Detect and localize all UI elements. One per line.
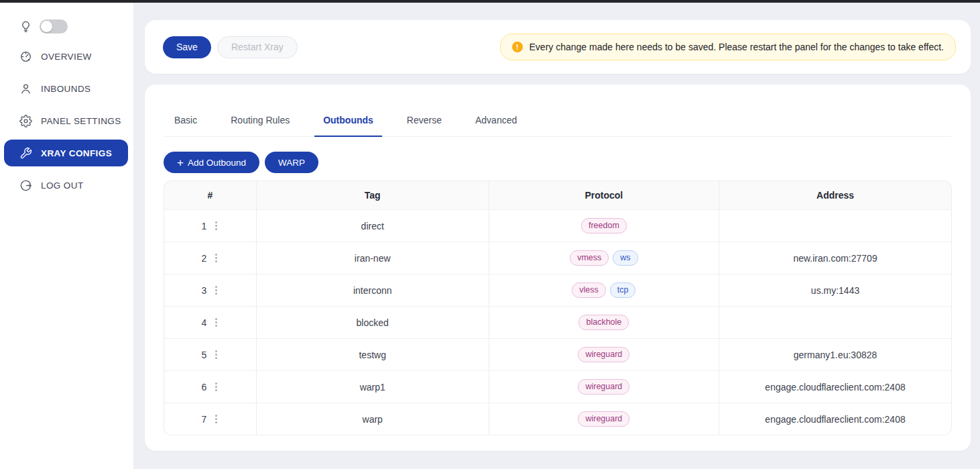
- tab-advanced[interactable]: Advanced: [467, 106, 526, 137]
- row-number: 2: [201, 253, 206, 264]
- sidebar-item-panel-settings[interactable]: PANEL SETTINGS: [4, 107, 128, 134]
- warning-alert: ! Every change made here needs to be sav…: [500, 34, 956, 60]
- row-number: 7: [201, 414, 206, 425]
- row-number: 6: [201, 382, 206, 393]
- table-row: 3interconnvlesstcpus.my:1443: [164, 274, 952, 307]
- protocol-badge: freedom: [581, 218, 627, 233]
- protocol-badge: wireguard: [578, 411, 629, 427]
- address-cell: us.my:1443: [719, 274, 952, 307]
- row-number-cell: 2: [164, 242, 257, 274]
- protocol-cell: vmessws: [489, 242, 719, 274]
- protocol-cell: vlesstcp: [489, 274, 719, 307]
- tag-cell: blocked: [257, 307, 489, 339]
- column-header-protocol: Protocol: [489, 180, 719, 210]
- table-row: 1directfreedom: [164, 210, 952, 242]
- lightbulb-icon: [19, 20, 32, 33]
- sidebar-item-label: OVERVIEW: [41, 52, 92, 62]
- row-number-cell: 4: [164, 307, 257, 339]
- alert-text: Every change made here needs to be saved…: [530, 42, 944, 52]
- warp-button[interactable]: WARP: [265, 152, 318, 173]
- row-number-cell: 3: [164, 274, 257, 307]
- user-icon: [19, 83, 32, 95]
- sidebar: OVERVIEWINBOUNDSPANEL SETTINGSXRAY CONFI…: [0, 0, 133, 469]
- actions-row: + Add Outbound WARP: [164, 152, 952, 173]
- toolbar-card: Save Restart Xray ! Every change made he…: [145, 20, 971, 74]
- tab-routing-rules[interactable]: Routing Rules: [222, 106, 298, 137]
- protocol-badge: wireguard: [578, 347, 629, 362]
- outbounds-table: #TagProtocolAddress 1directfreedom2iran-…: [164, 180, 952, 435]
- sidebar-item-inbounds[interactable]: INBOUNDS: [4, 75, 128, 102]
- tag-cell: direct: [257, 210, 489, 242]
- table-row: 7warpwireguardengage.cloudflareclient.co…: [164, 403, 952, 435]
- address-cell: engage.cloudflareclient.com:2408: [719, 371, 952, 403]
- protocol-cell: wireguard: [489, 339, 719, 371]
- theme-toggle-row: [0, 0, 133, 38]
- drag-handle-icon[interactable]: [214, 220, 219, 231]
- table-row: 5testwgwireguardgermany1.eu:30828: [164, 339, 952, 371]
- drag-handle-icon[interactable]: [214, 349, 219, 360]
- tab-reverse[interactable]: Reverse: [398, 106, 450, 137]
- sidebar-item-log-out[interactable]: LOG OUT: [4, 172, 128, 199]
- table-head: #TagProtocolAddress: [164, 180, 952, 210]
- tag-cell: warp: [257, 403, 489, 435]
- drag-handle-icon[interactable]: [214, 252, 219, 264]
- protocol-cell: wireguard: [489, 403, 719, 435]
- tag-cell: interconn: [257, 274, 489, 307]
- address-cell: engage.cloudflareclient.com:2408: [719, 403, 952, 435]
- tag-cell: iran-new: [257, 242, 489, 274]
- dashboard-icon: [19, 50, 32, 63]
- row-number: 3: [201, 285, 206, 296]
- protocol-badge: ws: [613, 250, 637, 266]
- drag-handle-icon[interactable]: [214, 381, 219, 393]
- warning-icon: !: [512, 42, 523, 52]
- row-number-cell: 7: [164, 403, 257, 435]
- column-header-tag: Tag: [257, 180, 489, 210]
- protocol-badge: blackhole: [578, 315, 629, 330]
- row-number: 5: [201, 350, 206, 360]
- address-cell: [719, 307, 952, 339]
- table-header-row: #TagProtocolAddress: [164, 180, 952, 210]
- sidebar-item-label: LOG OUT: [41, 180, 84, 191]
- add-outbound-button[interactable]: + Add Outbound: [164, 152, 259, 173]
- table-row: 6warp1wireguardengage.cloudflareclient.c…: [164, 371, 952, 403]
- protocol-badge: wireguard: [578, 379, 629, 395]
- main-content: Save Restart Xray ! Every change made he…: [133, 0, 980, 469]
- sidebar-item-xray-configs[interactable]: XRAY CONFIGS: [4, 140, 128, 166]
- toggle-knob: [41, 21, 52, 32]
- row-number-cell: 5: [164, 339, 257, 371]
- drag-handle-icon[interactable]: [214, 317, 219, 328]
- restart-xray-button[interactable]: Restart Xray: [217, 36, 298, 58]
- protocol-badge: vmess: [570, 250, 609, 266]
- gear-icon: [19, 115, 32, 127]
- config-card: BasicRouting RulesOutboundsReverseAdvanc…: [145, 85, 971, 451]
- protocol-badge: vless: [572, 282, 605, 298]
- drag-handle-icon[interactable]: [214, 413, 219, 425]
- tag-cell: testwg: [257, 339, 489, 371]
- add-outbound-label: Add Outbound: [188, 158, 246, 168]
- tab-basic[interactable]: Basic: [166, 106, 206, 137]
- address-cell: new.iran.com:27709: [719, 242, 952, 274]
- protocol-cell: wireguard: [489, 371, 719, 403]
- row-number-cell: 1: [164, 210, 257, 242]
- drag-handle-icon[interactable]: [214, 284, 219, 296]
- sidebar-menu: OVERVIEWINBOUNDSPANEL SETTINGSXRAY CONFI…: [0, 43, 133, 199]
- sidebar-item-label: INBOUNDS: [41, 84, 90, 94]
- sidebar-item-overview[interactable]: OVERVIEW: [4, 43, 128, 70]
- plus-icon: +: [177, 157, 184, 168]
- row-number: 4: [201, 317, 206, 328]
- save-button[interactable]: Save: [163, 36, 211, 58]
- screen: OVERVIEWINBOUNDSPANEL SETTINGSXRAY CONFI…: [0, 0, 980, 469]
- address-cell: germany1.eu:30828: [719, 339, 952, 371]
- dark-mode-toggle[interactable]: [40, 19, 68, 34]
- table-body: 1directfreedom2iran-newvmesswsnew.iran.c…: [164, 210, 952, 435]
- tab-outbounds[interactable]: Outbounds: [314, 106, 382, 137]
- column-header-address: Address: [719, 180, 952, 210]
- protocol-badge: tcp: [610, 282, 636, 298]
- row-number-cell: 6: [164, 371, 257, 403]
- tag-cell: warp1: [257, 371, 489, 403]
- table-row: 4blockedblackhole: [164, 307, 952, 339]
- protocol-cell: blackhole: [489, 307, 719, 339]
- column-header-num: #: [164, 180, 257, 210]
- protocol-cell: freedom: [489, 210, 719, 242]
- wrench-icon: [19, 147, 32, 160]
